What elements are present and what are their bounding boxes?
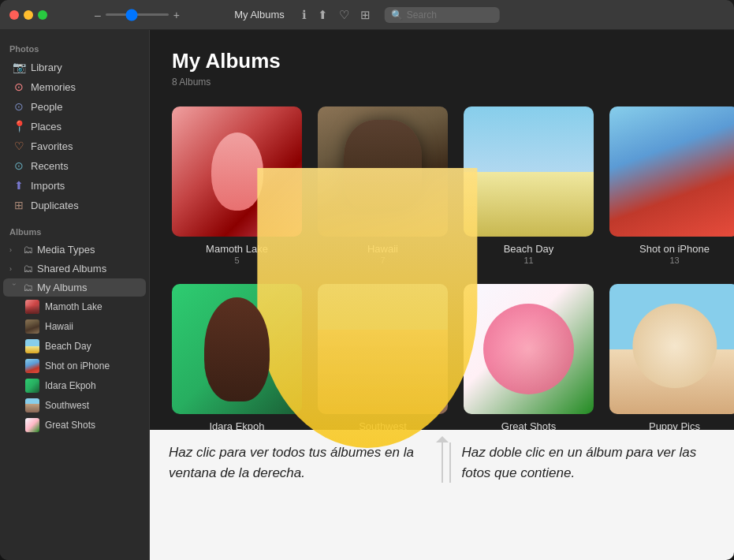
places-label: Places (31, 121, 61, 133)
titlebar-center: My Albums ℹ ⬆ ♡ ⊞ 🔍 (234, 7, 500, 23)
sidebar-group-media-types[interactable]: › 🗂 Media Types (3, 241, 146, 259)
puppy-pics-cover (609, 284, 734, 414)
zoom-plus-icon[interactable]: + (173, 9, 180, 21)
hawaii-thumb (25, 319, 39, 334)
imports-icon: ⬆ (13, 179, 25, 192)
shot-on-iphone-cover (609, 106, 734, 237)
annotation-right: Haz doble clic en un álbum para ver las … (443, 442, 735, 483)
app-window: – + My Albums ℹ ⬆ ♡ ⊞ 🔍 Photos 📷 Li (0, 0, 734, 560)
shared-folder-icon: 🗂 (23, 263, 33, 274)
recents-icon: ⊙ (13, 159, 25, 172)
sidebar-item-library[interactable]: 📷 Library (3, 58, 146, 77)
favorites-icon: ♡ (13, 140, 25, 152)
beach-day-name: Beach Day (504, 243, 554, 255)
southwest-thumb (25, 398, 39, 413)
page-title: My Albums (172, 49, 712, 73)
annotation-left-text: Haz clic para ver todos tus álbumes en l… (169, 442, 423, 483)
sidebar-sub-beach-day[interactable]: Beach Day (3, 337, 146, 356)
chevron-right-icon: › (9, 246, 19, 254)
minimize-button[interactable] (24, 10, 33, 20)
annotation-left: Haz clic para ver todos tus álbumes en l… (150, 442, 443, 483)
idara-ekpoh-thumb (25, 379, 39, 393)
shot-on-iphone-sub-label: Shot on iPhone (45, 360, 110, 371)
mamoth-lake-thumb (25, 300, 39, 314)
shot-on-iphone-count: 13 (669, 256, 679, 265)
zoom-minus-icon[interactable]: – (95, 9, 101, 21)
traffic-lights (9, 10, 47, 20)
people-label: People (31, 101, 62, 113)
main-layout: Photos 📷 Library ⊙ Memories ⊙ People 📍 P… (0, 30, 734, 560)
album-card-idara-ekpoh[interactable]: Idara Ekpoh 5 (172, 284, 302, 430)
beach-day-sub-label: Beach Day (45, 341, 91, 352)
shared-albums-label: Shared Albums (37, 263, 106, 274)
share-icon[interactable]: ⬆ (318, 8, 328, 22)
albums-content: My Albums 8 Albums Mamoth Lake 5 (150, 30, 734, 430)
memories-label: Memories (31, 81, 76, 93)
chevron-right-icon-2: › (9, 265, 19, 273)
close-button[interactable] (9, 10, 19, 20)
idara-ekpoh-cover (172, 284, 302, 414)
people-icon: ⊙ (13, 100, 25, 113)
puppy-pics-name: Puppy Pics (649, 420, 700, 430)
folder-icon: 🗂 (23, 244, 33, 256)
sidebar-sub-mamoth-lake[interactable]: Mamoth Lake (3, 297, 146, 316)
sidebar-item-imports[interactable]: ⬆ Imports (3, 176, 146, 195)
hawaii-sub-label: Hawaii (45, 321, 73, 332)
sidebar-sub-shot-on-iphone[interactable]: Shot on iPhone (3, 357, 146, 375)
sidebar-item-places[interactable]: 📍 Places (3, 117, 146, 136)
my-albums-label: My Albums (37, 282, 88, 293)
my-albums-folder-icon: 🗂 (23, 282, 33, 293)
memories-icon: ⊙ (13, 80, 25, 93)
southwest-sub-label: Southwest (45, 400, 89, 411)
idara-ekpoh-sub-label: Idara Ekpoh (45, 380, 96, 391)
library-label: Library (31, 62, 62, 73)
beach-day-cover (464, 106, 594, 237)
favorites-label: Favorites (31, 140, 73, 152)
window-title: My Albums (234, 9, 285, 21)
titlebar: – + My Albums ℹ ⬆ ♡ ⊞ 🔍 (0, 0, 734, 30)
sidebar-sub-idara-ekpoh[interactable]: Idara Ekpoh (3, 376, 146, 395)
sidebar-item-recents[interactable]: ⊙ Recents (3, 156, 146, 175)
shot-on-iphone-name: Shot on iPhone (639, 243, 710, 255)
albums-grid: Mamoth Lake 5 Hawaii 7 (172, 106, 712, 430)
album-card-shot-on-iphone[interactable]: Shot on iPhone 13 (609, 106, 734, 265)
sidebar-group-shared-albums[interactable]: › 🗂 Shared Albums (3, 259, 146, 278)
info-icon[interactable]: ℹ (302, 8, 307, 22)
chevron-down-icon: › (10, 283, 18, 293)
media-types-label: Media Types (37, 244, 95, 256)
search-icon: 🔍 (391, 9, 403, 21)
favorite-icon[interactable]: ♡ (339, 8, 349, 22)
album-card-puppy-pics[interactable]: Puppy Pics 14 (609, 284, 734, 430)
crop-icon[interactable]: ⊞ (360, 8, 371, 22)
annotation-right-text: Haz doble clic en un álbum para ver las … (462, 442, 716, 483)
duplicates-icon: ⊞ (13, 199, 25, 211)
sidebar-item-duplicates[interactable]: ⊞ Duplicates (3, 196, 146, 215)
album-card-beach-day[interactable]: Beach Day 11 (464, 106, 594, 265)
mamoth-lake-sub-label: Mamoth Lake (45, 301, 102, 312)
recents-label: Recents (31, 160, 69, 172)
albums-count: 8 Albums (172, 77, 712, 88)
places-icon: 📍 (13, 120, 25, 133)
sidebar-sub-hawaii[interactable]: Hawaii (3, 317, 146, 336)
search-input[interactable] (407, 9, 494, 21)
sidebar-item-memories[interactable]: ⊙ Memories (3, 77, 146, 96)
great-shots-thumb (25, 418, 39, 432)
sidebar-sub-great-shots[interactable]: Great Shots (3, 416, 146, 435)
idara-ekpoh-name: Idara Ekpoh (209, 420, 264, 430)
album-card-great-shots[interactable]: Great Shots 45 (464, 284, 594, 430)
shot-on-iphone-thumb (25, 359, 39, 373)
zoom-slider-area: – + (95, 9, 180, 21)
annotation-bar: Haz clic para ver todos tus álbumes en l… (150, 430, 734, 560)
sidebar-item-favorites[interactable]: ♡ Favorites (3, 136, 146, 155)
great-shots-cover (464, 284, 594, 414)
albums-section-label: Albums (0, 221, 149, 240)
sidebar-sub-southwest[interactable]: Southwest (3, 396, 146, 415)
sidebar-item-people[interactable]: ⊙ People (3, 97, 146, 116)
titlebar-actions: ℹ ⬆ ♡ ⊞ (302, 8, 371, 22)
search-bar[interactable]: 🔍 (385, 7, 500, 23)
photos-section-label: Photos (0, 38, 149, 57)
mamoth-lake-count: 5 (234, 256, 239, 265)
zoom-slider[interactable] (106, 13, 169, 16)
maximize-button[interactable] (38, 10, 47, 20)
sidebar-group-my-albums[interactable]: › 🗂 My Albums (3, 278, 146, 297)
